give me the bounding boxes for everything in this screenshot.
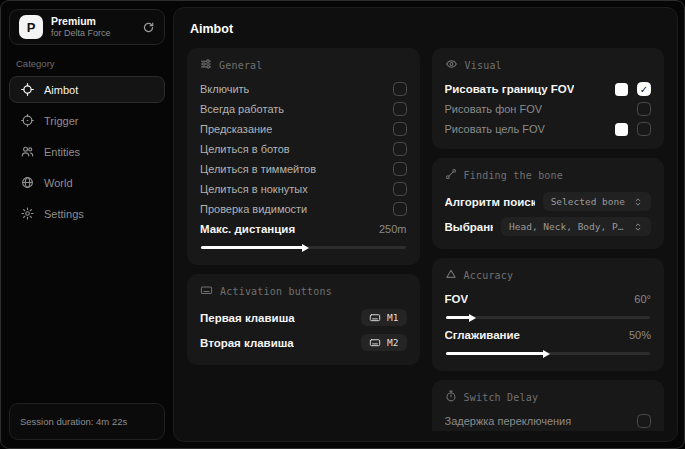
slider-value: 250m [379,223,407,235]
slider-value: 60° [634,293,651,305]
row-label: Предсказание [200,123,272,135]
fov-slider[interactable] [446,316,651,319]
globe-icon [21,176,34,189]
general-card: General Включить Всегда работать Предска… [187,48,420,265]
brand-title: Premium [51,15,111,28]
bone-card: Finding the bone Алгоритм поиска кост Se… [432,158,665,249]
row-label: Целиться в нокнутых [200,183,308,195]
switch-delay-header: Switch Delay [445,390,652,404]
checkbox[interactable] [393,122,407,136]
activation-card: Activation buttons Первая клавиша M1 Вто… [187,274,420,365]
trigger-icon [21,114,34,127]
color-swatch[interactable] [615,123,628,136]
brand-text: Premium for Delta Force [51,15,111,39]
keybind-button-m2[interactable]: M2 [361,334,406,351]
fov-slider-group: FOV 60° [445,289,652,319]
checkbox[interactable] [393,102,407,116]
slider-fill [201,246,303,249]
checkbox[interactable] [637,414,651,428]
refresh-icon[interactable] [142,21,155,34]
sidebar-item-world[interactable]: World [9,169,165,196]
checkbox[interactable] [637,82,651,96]
checkbox-row: Целиться в тиммейтов [200,159,407,179]
keyboard-icon [200,284,213,298]
checkbox-row: Всегда работать [200,99,407,119]
slider-fill [446,316,471,319]
keybind-row: Вторая клавиша M2 [200,330,407,355]
max-distance-slider[interactable] [201,246,406,249]
checkbox[interactable] [393,142,407,156]
sidebar-item-label: Settings [44,208,84,220]
row-label: Всегда работать [200,103,284,115]
gear-icon [21,207,34,220]
content-columns: General Включить Всегда работать Предска… [187,48,664,431]
visual-row: Рисовать границу FOV [445,79,652,99]
delta-icon [445,268,457,282]
checkbox-row: Целиться в ботов [200,139,407,159]
entities-icon [21,145,34,158]
sidebar-item-label: Aimbot [44,84,78,96]
brand-logo: P [19,15,43,39]
slider-value: 50% [629,329,651,341]
keybind-button-m1[interactable]: M1 [361,309,406,326]
checkbox[interactable] [393,202,407,216]
row-label: Первая клавиша [200,312,295,324]
dropdown-row: Выбранные кос Head, Neck, Body, Pe... [445,214,652,239]
row-label: Задержка переключения [445,415,572,427]
brand-card: P Premium for Delta Force [9,9,165,45]
crosshair-icon [21,83,34,96]
left-column: General Включить Всегда работать Предска… [187,48,420,431]
brand-subtitle: for Delta Force [51,28,111,39]
accuracy-header: Accuracy [445,268,652,282]
row-controls [637,102,651,116]
checkbox-row: Включить [200,79,407,99]
right-column: Visual Рисовать границу FOV Рисовать фон… [432,48,665,431]
row-controls [615,122,651,136]
sidebar-item-trigger[interactable]: Trigger [9,107,165,134]
session-duration-text: Session duration: 4m 22s [20,416,127,427]
session-duration-card: Session duration: 4m 22s [9,403,165,440]
keybind-row: Первая клавиша M1 [200,305,407,330]
checkbox[interactable] [393,182,407,196]
selected-bones-dropdown[interactable]: Head, Neck, Body, Pe... [501,217,651,236]
eye-icon [445,58,458,72]
dropdown-value: Selected bone [551,196,625,207]
row-label: Включить [200,83,249,95]
tune-icon [200,58,212,72]
checkbox[interactable] [637,122,651,136]
checkbox[interactable] [393,82,407,96]
row-label: Рисовать границу FOV [445,83,575,95]
accuracy-card: Accuracy FOV 60° Сглаживание [432,258,665,371]
bone-algorithm-dropdown[interactable]: Selected bone [543,192,651,211]
keybind-value: M1 [387,312,398,323]
dropdown-value: Head, Neck, Body, Pe... [509,221,625,232]
general-header: General [200,58,407,72]
unfold-icon [633,197,643,207]
activation-header: Activation buttons [200,284,407,298]
visual-header: Visual [445,58,652,72]
smoothing-slider[interactable] [446,352,651,355]
app-window: P Premium for Delta Force Category Aimbo… [0,0,685,449]
sidebar-item-aimbot[interactable]: Aimbot [9,76,165,103]
page-title: Aimbot [190,22,661,36]
color-swatch[interactable] [615,83,628,96]
sidebar-item-settings[interactable]: Settings [9,200,165,227]
checkbox-row: Целиться в нокнутых [200,179,407,199]
row-label: Рисовать фон FOV [445,103,543,115]
sidebar-item-label: World [44,177,73,189]
sidebar-item-entities[interactable]: Entities [9,138,165,165]
category-label: Category [16,58,158,69]
slider-label-row: FOV 60° [445,289,652,309]
sidebar: P Premium for Delta Force Category Aimbo… [1,1,173,448]
row-label: Проверка видимости [200,203,307,215]
slider-fill [446,352,544,355]
sidebar-item-label: Entities [44,146,80,158]
checkbox[interactable] [637,102,651,116]
main-panel: Aimbot General Включить [173,7,678,442]
slider-label-row: Сглаживание 50% [445,325,652,345]
bone-header: Finding the bone [445,168,652,182]
checkbox-row: Проверка видимости [200,199,407,219]
checkbox[interactable] [393,162,407,176]
switch-delay-card: Switch Delay Задержка переключения Задер… [432,380,665,431]
slider-label-row: Макс. дистанция 250m [200,219,407,239]
